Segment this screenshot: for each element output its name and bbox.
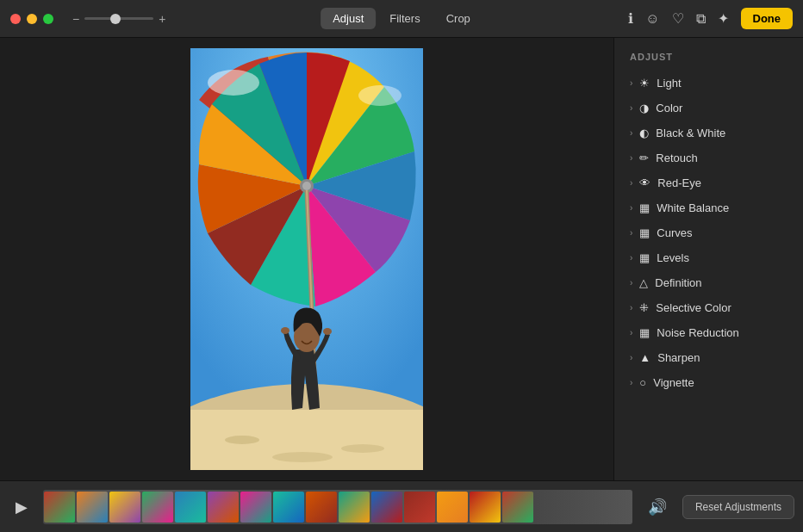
face-icon[interactable]: ☺ [645,11,659,27]
redeye-icon: 👁 [639,176,650,189]
main-content: ADJUST ›☀Light›◑Color›◐Black & White›✏Re… [0,38,803,480]
adjust-item-curves[interactable]: ›▦Curves [614,220,803,245]
photo-frame [190,48,423,470]
definition-icon: △ [639,276,648,289]
chevron-icon: › [630,303,632,312]
curves-icon: ▦ [639,226,650,239]
minimize-button[interactable] [27,14,37,24]
filmstrip-frame [371,492,402,523]
adjust-item-retouch[interactable]: ›✏Retouch [614,145,803,170]
chevron-icon: › [630,178,632,188]
svg-point-12 [358,85,402,106]
panel-title: ADJUST [614,46,803,71]
close-button[interactable] [10,14,21,24]
retouch-icon: ✏ [639,152,649,164]
adjust-items-list: ›☀Light›◑Color›◐Black & White›✏Retouch›👁… [614,71,803,395]
done-button[interactable]: Done [741,8,794,29]
filmstrip-inner [43,490,632,524]
slider-thumb[interactable] [110,14,121,24]
adjust-item-redeye[interactable]: ›👁Red-Eye [614,170,803,195]
svg-point-15 [272,452,333,462]
chevron-icon: › [630,128,632,138]
noisereduction-icon: ▦ [639,326,650,339]
filmstrip[interactable] [43,490,632,524]
filmstrip-frame [404,492,435,523]
copy-icon[interactable]: ⧉ [696,11,706,27]
filmstrip-frame [142,492,173,523]
light-label: Light [657,77,681,90]
retouch-label: Retouch [656,152,697,164]
whitebalance-label: White Balance [657,201,729,214]
redeye-label: Red-Eye [657,176,701,189]
chevron-icon: › [630,78,632,88]
filmstrip-frame [109,492,140,523]
chevron-icon: › [630,278,632,288]
adjust-item-sharpen[interactable]: ›▲Sharpen [614,345,803,370]
slider-track[interactable] [84,17,153,20]
adjust-item-vignette[interactable]: ›○Vignette [614,370,803,395]
selectivecolor-icon: ⁜ [639,301,649,314]
filmstrip-frame [44,492,75,523]
chevron-icon: › [630,353,632,362]
vignette-icon: ○ [639,376,646,389]
adjust-item-levels[interactable]: ›▦Levels [614,245,803,270]
definition-label: Definition [655,276,701,289]
chevron-icon: › [630,378,632,387]
noisereduction-label: Noise Reduction [657,326,738,339]
filmstrip-frame [175,492,206,523]
filmstrip-frame [470,492,501,523]
toolbar-right: ℹ ☺ ♡ ⧉ ✦ Done [628,8,793,29]
filmstrip-frame [339,492,370,523]
adjust-tab[interactable]: Adjust [321,8,376,29]
play-button[interactable]: ▶ [9,494,34,520]
sharpen-label: Sharpen [657,351,700,364]
adjust-item-definition[interactable]: ›△Definition [614,270,803,295]
chevron-icon: › [630,153,632,163]
filmstrip-frame [437,492,468,523]
color-label: Color [656,102,682,114]
whitebalance-icon: ▦ [639,201,650,214]
adjust-item-color[interactable]: ›◑Color [614,96,803,121]
info-icon[interactable]: ℹ [628,10,633,27]
filmstrip-frame [306,492,337,523]
magic-icon[interactable]: ✦ [718,10,729,27]
titlebar: − + Adjust Filters Crop ℹ ☺ ♡ ⧉ ✦ Done [0,0,803,38]
adjust-item-light[interactable]: ›☀Light [614,71,803,96]
volume-button[interactable]: 🔊 [641,494,674,520]
reset-adjustments-button[interactable]: Reset Adjustments [682,495,794,519]
chevron-icon: › [630,328,632,337]
filters-tab[interactable]: Filters [377,8,432,29]
bw-icon: ◐ [639,127,649,139]
chevron-icon: › [630,228,632,238]
filmstrip-frame [240,492,271,523]
adjust-item-noisereduction[interactable]: ›▦Noise Reduction [614,320,803,345]
chevron-icon: › [630,103,632,113]
levels-label: Levels [657,251,689,264]
svg-point-9 [281,327,289,334]
filmstrip-frame [77,492,108,523]
photo-svg [190,48,423,470]
bw-label: Black & White [656,127,725,139]
toolbar-center: Adjust Filters Crop [321,8,482,29]
light-icon: ☀ [639,77,650,90]
photo-area [0,38,613,480]
selectivecolor-label: Selective Color [656,301,731,314]
filmstrip-frame [208,492,239,523]
zoom-plus-icon: + [159,12,165,26]
heart-icon[interactable]: ♡ [672,10,684,27]
adjust-item-selectivecolor[interactable]: ›⁜Selective Color [614,295,803,320]
sharpen-icon: ▲ [639,351,650,364]
color-icon: ◑ [639,102,649,114]
crop-tab[interactable]: Crop [434,8,482,29]
zoom-slider[interactable]: − + [72,12,165,26]
maximize-button[interactable] [43,14,53,24]
adjust-item-bw[interactable]: ›◐Black & White [614,121,803,145]
chevron-icon: › [630,253,632,263]
adjust-panel: ADJUST ›☀Light›◑Color›◐Black & White›✏Re… [613,38,803,480]
filmstrip-frame [502,492,533,523]
filmstrip-frame [273,492,304,523]
zoom-minus-icon: − [72,12,79,26]
traffic-lights [10,14,53,24]
adjust-item-whitebalance[interactable]: ›▦White Balance [614,195,803,220]
svg-point-14 [341,444,384,453]
